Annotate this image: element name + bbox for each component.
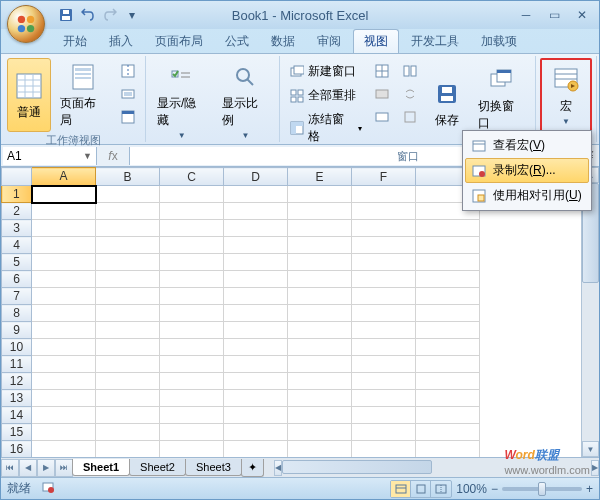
scroll-right-icon[interactable]: ▶	[591, 460, 599, 476]
pagebreak-preview-button[interactable]	[115, 60, 141, 82]
cell[interactable]	[160, 424, 224, 441]
cell[interactable]	[416, 254, 480, 271]
cell[interactable]	[352, 288, 416, 305]
col-header[interactable]: B	[96, 168, 160, 186]
row-header[interactable]: 7	[2, 288, 32, 305]
col-header[interactable]: C	[160, 168, 224, 186]
cell[interactable]	[96, 254, 160, 271]
close-button[interactable]: ✕	[569, 6, 595, 24]
cell[interactable]	[32, 237, 96, 254]
cell[interactable]	[96, 271, 160, 288]
cell[interactable]	[352, 356, 416, 373]
reset-pos-button[interactable]	[397, 106, 423, 128]
col-header[interactable]: D	[224, 168, 288, 186]
pagebreak-shortcut[interactable]	[431, 481, 451, 497]
tab-review[interactable]: 审阅	[307, 30, 351, 53]
cell[interactable]	[32, 186, 96, 203]
cell[interactable]	[288, 322, 352, 339]
cell[interactable]	[352, 424, 416, 441]
redo-icon[interactable]	[101, 6, 119, 24]
col-header[interactable]: E	[288, 168, 352, 186]
cell[interactable]	[416, 237, 480, 254]
cell[interactable]	[96, 390, 160, 407]
row-header[interactable]: 14	[2, 407, 32, 424]
cell[interactable]	[416, 356, 480, 373]
cell[interactable]	[32, 288, 96, 305]
cell[interactable]	[288, 441, 352, 458]
row-header[interactable]: 6	[2, 271, 32, 288]
cell[interactable]	[32, 220, 96, 237]
cell[interactable]	[352, 220, 416, 237]
zoom-out-button[interactable]: −	[491, 482, 498, 496]
row-header[interactable]: 2	[2, 203, 32, 220]
cell[interactable]	[96, 305, 160, 322]
cell[interactable]	[224, 288, 288, 305]
last-sheet-button[interactable]: ⏭	[55, 459, 73, 477]
tab-insert[interactable]: 插入	[99, 30, 143, 53]
cell[interactable]	[224, 339, 288, 356]
cell[interactable]	[160, 305, 224, 322]
zoom-slider[interactable]: − +	[491, 482, 593, 496]
show-hide-button[interactable]: 显示/隐藏 ▼	[150, 58, 213, 143]
cell[interactable]	[352, 186, 416, 203]
cell[interactable]	[32, 254, 96, 271]
cell[interactable]	[160, 407, 224, 424]
cell[interactable]	[416, 373, 480, 390]
cell[interactable]	[224, 237, 288, 254]
unhide-button[interactable]	[369, 106, 395, 128]
new-window-button[interactable]: 新建窗口	[284, 60, 366, 83]
cell[interactable]	[160, 288, 224, 305]
first-sheet-button[interactable]: ⏮	[1, 459, 19, 477]
cell[interactable]	[352, 390, 416, 407]
row-header[interactable]: 11	[2, 356, 32, 373]
cell[interactable]	[96, 407, 160, 424]
undo-icon[interactable]	[79, 6, 97, 24]
cell[interactable]	[288, 186, 352, 203]
cell[interactable]	[96, 373, 160, 390]
page-layout-view-button[interactable]: 页面布局	[53, 58, 113, 132]
tab-developer[interactable]: 开发工具	[401, 30, 469, 53]
row-header[interactable]: 12	[2, 373, 32, 390]
cell[interactable]	[352, 203, 416, 220]
scroll-left-icon[interactable]: ◀	[274, 460, 282, 476]
cell[interactable]	[224, 186, 288, 203]
tab-addins[interactable]: 加载项	[471, 30, 527, 53]
record-macro-menuitem[interactable]: 录制宏(R)...	[465, 158, 589, 183]
cell[interactable]	[32, 356, 96, 373]
row-header[interactable]: 15	[2, 424, 32, 441]
cell[interactable]	[224, 356, 288, 373]
cell[interactable]	[160, 203, 224, 220]
cell[interactable]	[352, 373, 416, 390]
minimize-button[interactable]: ─	[513, 6, 539, 24]
cell[interactable]	[288, 237, 352, 254]
cell[interactable]	[96, 288, 160, 305]
tab-pagelayout[interactable]: 页面布局	[145, 30, 213, 53]
cell[interactable]	[288, 254, 352, 271]
cell[interactable]	[32, 373, 96, 390]
cell[interactable]	[352, 271, 416, 288]
split-button[interactable]	[369, 60, 395, 82]
restore-button[interactable]: ▭	[541, 6, 567, 24]
cell[interactable]	[416, 271, 480, 288]
cell[interactable]	[416, 339, 480, 356]
cell[interactable]	[416, 441, 480, 458]
prev-sheet-button[interactable]: ◀	[19, 459, 37, 477]
cell[interactable]	[224, 390, 288, 407]
cell[interactable]	[160, 186, 224, 203]
scroll-thumb[interactable]	[282, 460, 432, 474]
cell[interactable]	[224, 322, 288, 339]
zoom-level[interactable]: 100%	[456, 482, 487, 496]
cell[interactable]	[96, 441, 160, 458]
macros-button[interactable]: 宏 ▼	[543, 61, 589, 129]
cell[interactable]	[352, 305, 416, 322]
chevron-down-icon[interactable]: ▼	[83, 151, 92, 161]
cell[interactable]	[416, 407, 480, 424]
cell[interactable]	[288, 407, 352, 424]
cell[interactable]	[32, 441, 96, 458]
arrange-all-button[interactable]: 全部重排	[284, 84, 366, 107]
cell[interactable]	[96, 322, 160, 339]
cell[interactable]	[160, 271, 224, 288]
sheet-tab[interactable]: Sheet3	[185, 459, 242, 476]
cell[interactable]	[32, 407, 96, 424]
new-sheet-tab[interactable]: ✦	[241, 459, 264, 477]
